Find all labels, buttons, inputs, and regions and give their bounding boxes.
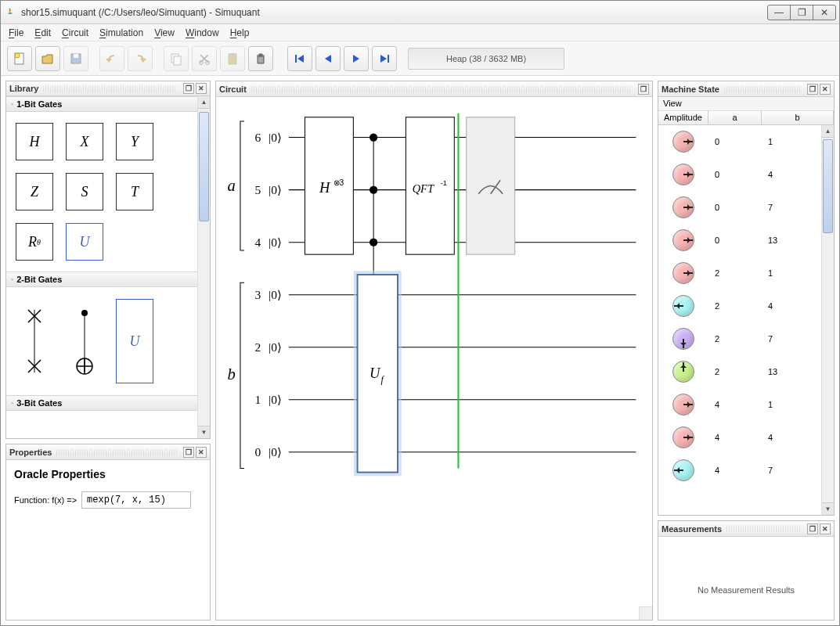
measurements-panel: Measurements ❐ ✕ No Measurement Results — [658, 520, 835, 621]
ms-row[interactable]: 24 — [658, 290, 821, 322]
ms-row[interactable]: 04 — [658, 158, 821, 191]
java-icon — [4, 6, 16, 19]
copy-button[interactable] — [164, 46, 189, 71]
svg-text:1: 1 — [255, 393, 261, 406]
step-last-button[interactable] — [372, 46, 397, 71]
ms-a-value: 0 — [708, 236, 762, 245]
col-a[interactable]: a — [708, 111, 762, 124]
col-b[interactable]: b — [762, 111, 834, 124]
gate-x[interactable]: X — [66, 123, 103, 160]
gate-s[interactable]: S — [66, 173, 103, 210]
heap-status[interactable]: Heap (38 / 3632 MB) — [408, 48, 564, 70]
step-back-button[interactable] — [315, 46, 341, 71]
svg-text:-1: -1 — [441, 179, 447, 187]
amplitude-icon — [672, 164, 694, 185]
library-max-button[interactable]: ❐ — [183, 83, 194, 94]
ms-b-value: 1 — [762, 400, 821, 409]
menu-help[interactable]: Help — [230, 27, 250, 38]
ms-scrollbar[interactable]: ▲▼ — [821, 125, 834, 515]
reg-b-label: b — [227, 365, 235, 383]
gate-rtheta[interactable]: Rθ — [16, 223, 53, 261]
amplitude-icon — [672, 426, 694, 448]
ms-row[interactable]: 44 — [658, 421, 821, 454]
circuit-panel: Circuit ❐ a b — [215, 81, 653, 621]
gate-y[interactable]: Y — [116, 123, 153, 160]
ms-a-value: 4 — [708, 433, 762, 442]
svg-text:2: 2 — [255, 340, 261, 354]
gate-cu[interactable]: U — [116, 298, 153, 384]
close-button[interactable]: ✕ — [813, 5, 836, 20]
menu-view[interactable]: View — [154, 27, 175, 38]
open-button[interactable] — [35, 46, 60, 71]
properties-panel: Properties ❐ ✕ Oracle Properties Functio… — [5, 444, 211, 621]
ms-a-value: 2 — [708, 268, 762, 278]
titlebar[interactable]: shor15.simuquant (/C:/Users/leo/Simuquan… — [1, 1, 839, 24]
meas-max-button[interactable]: ❐ — [807, 523, 818, 534]
ms-row[interactable]: 01 — [658, 125, 821, 158]
svg-rect-9 — [230, 53, 235, 56]
menu-simulation[interactable]: Simulation — [99, 27, 143, 38]
reg-a-label: a — [227, 177, 235, 194]
delete-button[interactable] — [248, 46, 273, 71]
paste-button[interactable] — [220, 46, 245, 71]
ms-row[interactable]: 47 — [658, 454, 821, 487]
redo-button[interactable] — [128, 46, 153, 71]
library-panel: Library ❐ ✕ ◦1-Bit Gates H X Y Z S T — [5, 81, 211, 439]
circuit-canvas[interactable]: a b — [216, 97, 652, 620]
properties-title: Properties — [9, 448, 52, 457]
gate-swap[interactable] — [16, 298, 53, 384]
ms-max-button[interactable]: ❐ — [807, 84, 818, 95]
gate-z[interactable]: Z — [16, 173, 53, 210]
maximize-button[interactable]: ❐ — [790, 5, 813, 20]
props-max-button[interactable]: ❐ — [183, 447, 194, 458]
lib-section-3bit[interactable]: ◦3-Bit Gates — [6, 395, 197, 411]
ms-a-value: 4 — [708, 400, 762, 409]
menu-file[interactable]: File — [9, 27, 23, 38]
svg-text:U: U — [370, 365, 381, 381]
meas-close-button[interactable]: ✕ — [820, 523, 831, 534]
props-heading: Oracle Properties — [14, 468, 202, 480]
step-forward-button[interactable] — [344, 46, 369, 71]
ms-title: Machine State — [662, 85, 719, 94]
menu-circuit[interactable]: Circuit — [62, 27, 88, 38]
library-close-button[interactable]: ✕ — [196, 83, 207, 94]
gate-h[interactable]: H — [16, 123, 53, 160]
undo-button[interactable] — [99, 46, 124, 71]
lib-section-2bit[interactable]: ◦2-Bit Gates — [6, 272, 197, 287]
ms-a-value: 2 — [708, 367, 762, 376]
col-amplitude[interactable]: Amplitude — [658, 111, 708, 124]
gate-u[interactable]: U — [66, 223, 103, 261]
ms-row[interactable]: 013 — [658, 224, 821, 257]
circuit-title: Circuit — [219, 85, 247, 94]
svg-text:QFT: QFT — [413, 182, 434, 195]
ms-view-menu[interactable]: View — [663, 99, 682, 108]
ms-close-button[interactable]: ✕ — [820, 84, 831, 95]
cut-button[interactable] — [192, 46, 217, 71]
menu-edit[interactable]: Edit — [34, 27, 51, 38]
ms-b-value: 7 — [762, 334, 821, 344]
save-button[interactable] — [63, 46, 88, 71]
lib-section-1bit[interactable]: ◦1-Bit Gates — [6, 96, 197, 112]
svg-text:0: 0 — [255, 445, 261, 459]
ms-a-value: 0 — [708, 203, 762, 212]
gate-t[interactable]: T — [116, 173, 153, 210]
ms-row[interactable]: 07 — [658, 191, 821, 224]
ms-b-value: 7 — [762, 466, 821, 475]
gate-cnot[interactable] — [66, 298, 103, 384]
step-first-button[interactable] — [287, 46, 312, 71]
svg-text:|0⟩: |0⟩ — [269, 340, 282, 354]
meas-title: Measurements — [662, 524, 722, 534]
library-scrollbar[interactable]: ▲▼ — [197, 96, 210, 438]
func-input[interactable] — [81, 491, 191, 509]
new-button[interactable] — [7, 46, 32, 71]
circuit-max-button[interactable]: ❐ — [638, 84, 649, 95]
ms-row[interactable]: 27 — [658, 322, 821, 355]
ms-row[interactable]: 41 — [658, 388, 821, 421]
props-close-button[interactable]: ✕ — [196, 447, 207, 458]
ms-row[interactable]: 213 — [658, 355, 821, 388]
minimize-button[interactable]: — — [767, 5, 791, 20]
ms-row[interactable]: 21 — [658, 257, 821, 290]
ms-b-value: 1 — [762, 268, 821, 278]
amplitude-icon — [672, 229, 694, 251]
menu-window[interactable]: Window — [186, 27, 219, 38]
